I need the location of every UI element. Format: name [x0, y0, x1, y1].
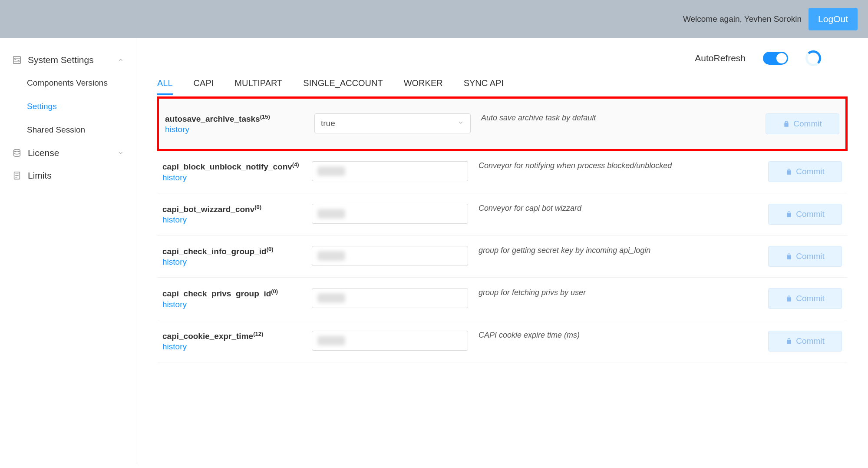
setting-row: capi_cookie_expr_time(12)historyCAPI coo…	[157, 320, 847, 362]
loading-spinner-icon	[805, 50, 821, 66]
setting-value-input[interactable]	[312, 161, 468, 181]
setting-description: Auto save archive task by default	[481, 113, 755, 123]
tab-single-account[interactable]: SINGLE_ACCOUNT	[303, 73, 383, 95]
setting-value-col	[312, 204, 468, 224]
tabs: ALLCAPIMULTIPARTSINGLE_ACCOUNTWORKERSYNC…	[157, 73, 847, 95]
svg-point-1	[15, 58, 16, 60]
setting-value-select[interactable]: true	[314, 113, 471, 133]
setting-action-col: Commit	[768, 246, 842, 267]
sidebar-section-label: License	[28, 148, 59, 158]
svg-point-2	[18, 60, 19, 62]
setting-name: capi_bot_wizzard_conv(0)	[162, 204, 301, 214]
commit-button[interactable]: Commit	[766, 113, 839, 134]
setting-name: capi_cookie_expr_time(12)	[162, 331, 301, 341]
setting-row: autosave_archive_tasks(15)historytrueAut…	[157, 97, 847, 151]
svg-rect-0	[13, 56, 21, 64]
history-link[interactable]: history	[162, 257, 301, 267]
sidebar-item-label: Settings	[27, 102, 57, 111]
commit-icon	[785, 211, 792, 218]
tab-capi[interactable]: CAPI	[194, 73, 214, 95]
setting-action-col: Commit	[768, 288, 842, 309]
sidebar-section-label: Limits	[28, 170, 52, 181]
setting-action-col: Commit	[768, 204, 842, 225]
setting-name: autosave_archive_tasks(15)	[165, 113, 304, 124]
database-icon	[12, 148, 22, 158]
tab-worker[interactable]: WORKER	[404, 73, 443, 95]
commit-button[interactable]: Commit	[768, 204, 842, 225]
chevron-down-icon	[457, 119, 464, 128]
svg-point-3	[14, 149, 20, 152]
sidebar: System Settings Components Versions Sett…	[0, 38, 136, 464]
setting-description: group for getting secret key by incoming…	[479, 246, 758, 255]
header-bar: Welcome again, Yevhen Sorokin LogOut	[0, 0, 868, 38]
setting-value-col	[312, 246, 468, 266]
setting-action-col: Commit	[768, 331, 842, 352]
setting-name: capi_check_privs_group_id(0)	[162, 288, 301, 299]
sidebar-item-settings[interactable]: Settings	[0, 95, 136, 118]
commit-icon	[785, 168, 792, 175]
setting-name-col: capi_bot_wizzard_conv(0)history	[162, 204, 301, 225]
autorefresh-label: AutoRefresh	[695, 53, 746, 63]
setting-name-col: capi_block_unblock_notify_conv(4)history	[162, 161, 301, 182]
setting-value-input[interactable]	[312, 331, 468, 351]
commit-icon	[783, 120, 790, 127]
main-content: AutoRefresh ALLCAPIMULTIPARTSINGLE_ACCOU…	[136, 38, 868, 464]
history-link[interactable]: history	[162, 342, 301, 352]
tab-all[interactable]: ALL	[157, 73, 173, 95]
setting-description: CAPI cookie expire time (ms)	[479, 331, 758, 340]
setting-description: Conveyor for capi bot wizzard	[479, 204, 758, 213]
sidebar-item-label: Components Versions	[27, 78, 108, 87]
autorefresh-toggle[interactable]	[763, 52, 788, 65]
chevron-up-icon	[118, 55, 124, 65]
settings-list: autosave_archive_tasks(15)historytrueAut…	[157, 97, 847, 362]
topbar: AutoRefresh	[157, 50, 847, 66]
setting-row: capi_bot_wizzard_conv(0)historyConveyor …	[157, 193, 847, 236]
welcome-text: Welcome again, Yevhen Sorokin	[683, 14, 802, 24]
setting-name: capi_check_info_group_id(0)	[162, 246, 301, 256]
logout-button[interactable]: LogOut	[809, 8, 858, 30]
tab-sync-api[interactable]: SYNC API	[464, 73, 504, 95]
setting-name-col: capi_check_privs_group_id(0)history	[162, 288, 301, 309]
sidebar-section-license[interactable]: License	[0, 142, 136, 164]
sidebar-item-label: Shared Session	[27, 125, 85, 134]
setting-value-input[interactable]	[312, 246, 468, 266]
setting-name-col: capi_check_info_group_id(0)history	[162, 246, 301, 267]
setting-value-col: true	[314, 113, 471, 133]
history-link[interactable]: history	[162, 300, 301, 309]
history-link[interactable]: history	[165, 125, 304, 134]
setting-name-col: autosave_archive_tasks(15)history	[165, 113, 304, 134]
setting-action-col: Commit	[766, 113, 839, 134]
commit-button[interactable]: Commit	[768, 246, 842, 267]
setting-description: group for fetching privs by user	[479, 288, 758, 297]
tab-multipart[interactable]: MULTIPART	[234, 73, 282, 95]
history-link[interactable]: history	[162, 215, 301, 225]
commit-icon	[785, 338, 792, 345]
setting-value-input[interactable]	[312, 204, 468, 224]
history-link[interactable]: history	[162, 173, 301, 183]
commit-button[interactable]: Commit	[768, 288, 842, 309]
chevron-down-icon	[118, 148, 124, 158]
setting-row: capi_block_unblock_notify_conv(4)history…	[157, 151, 847, 193]
setting-value-col	[312, 161, 468, 181]
setting-value-col	[312, 288, 468, 308]
setting-row: capi_check_privs_group_id(0)historygroup…	[157, 278, 847, 320]
setting-description: Conveyor for notifying when process bloc…	[479, 161, 758, 170]
sidebar-section-label: System Settings	[28, 55, 94, 65]
setting-value-input[interactable]	[312, 288, 468, 308]
setting-row: capi_check_info_group_id(0)historygroup …	[157, 236, 847, 278]
commit-button[interactable]: Commit	[768, 161, 842, 182]
sidebar-section-system-settings[interactable]: System Settings	[0, 49, 136, 71]
sidebar-section-limits[interactable]: Limits	[0, 164, 136, 187]
sidebar-item-components-versions[interactable]: Components Versions	[0, 71, 136, 95]
file-icon	[12, 171, 22, 180]
commit-button[interactable]: Commit	[768, 331, 842, 352]
commit-icon	[785, 295, 792, 302]
setting-name-col: capi_cookie_expr_time(12)history	[162, 331, 301, 352]
commit-icon	[785, 253, 792, 260]
setting-value-col	[312, 331, 468, 351]
toggle-knob	[776, 53, 787, 63]
setting-action-col: Commit	[768, 161, 842, 182]
settings-icon	[12, 55, 22, 65]
sidebar-item-shared-session[interactable]: Shared Session	[0, 118, 136, 142]
setting-name: capi_block_unblock_notify_conv(4)	[162, 161, 301, 172]
